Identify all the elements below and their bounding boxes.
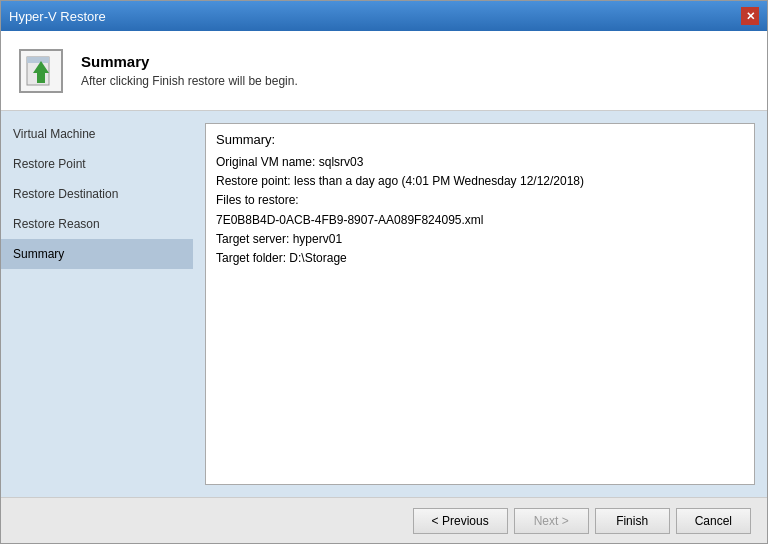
- sidebar-item-restore-reason[interactable]: Restore Reason: [1, 209, 193, 239]
- title-bar: Hyper-V Restore ✕: [1, 1, 767, 31]
- header-bar: Summary After clicking Finish restore wi…: [1, 31, 767, 111]
- close-button[interactable]: ✕: [741, 7, 759, 25]
- header-icon-container: [17, 47, 65, 95]
- next-button[interactable]: Next >: [514, 508, 589, 534]
- window-title: Hyper-V Restore: [9, 9, 106, 24]
- svg-rect-1: [27, 57, 49, 63]
- summary-content: Original VM name: sqlsrv03Restore point:…: [216, 153, 744, 268]
- summary-label: Summary:: [216, 132, 744, 147]
- summary-line: 7E0B8B4D-0ACB-4FB9-8907-AA089F824095.xml: [216, 211, 744, 230]
- main-panel: Summary: Original VM name: sqlsrv03Resto…: [193, 111, 767, 497]
- summary-line: Target folder: D:\Storage: [216, 249, 744, 268]
- summary-line: Target server: hyperv01: [216, 230, 744, 249]
- sidebar-item-restore-destination[interactable]: Restore Destination: [1, 179, 193, 209]
- summary-line: Restore point: less than a day ago (4:01…: [216, 172, 744, 191]
- window: Hyper-V Restore ✕ Summary After clicking…: [0, 0, 768, 544]
- sidebar-item-summary[interactable]: Summary: [1, 239, 193, 269]
- header-text: Summary After clicking Finish restore wi…: [81, 53, 298, 88]
- header-title: Summary: [81, 53, 298, 70]
- summary-box: Summary: Original VM name: sqlsrv03Resto…: [205, 123, 755, 485]
- summary-line: Original VM name: sqlsrv03: [216, 153, 744, 172]
- content-area: Virtual Machine Restore Point Restore De…: [1, 111, 767, 497]
- sidebar: Virtual Machine Restore Point Restore De…: [1, 111, 193, 497]
- finish-button[interactable]: Finish: [595, 508, 670, 534]
- restore-icon: [19, 49, 63, 93]
- header-subtitle: After clicking Finish restore will be be…: [81, 74, 298, 88]
- sidebar-item-restore-point[interactable]: Restore Point: [1, 149, 193, 179]
- footer: < Previous Next > Finish Cancel: [1, 497, 767, 543]
- restore-icon-svg: [23, 53, 59, 89]
- summary-line: Files to restore:: [216, 191, 744, 210]
- sidebar-item-virtual-machine[interactable]: Virtual Machine: [1, 119, 193, 149]
- cancel-button[interactable]: Cancel: [676, 508, 751, 534]
- previous-button[interactable]: < Previous: [413, 508, 508, 534]
